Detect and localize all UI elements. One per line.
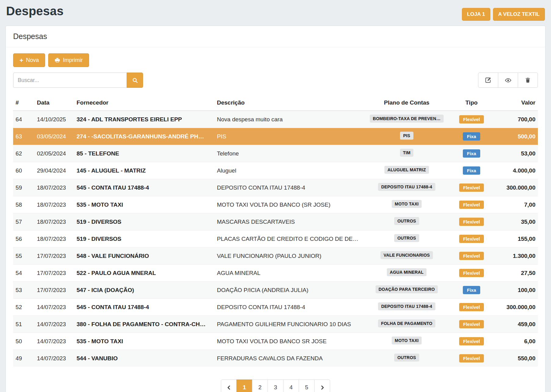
row-value: 300.000,00: [491, 299, 538, 316]
row-type-cell: Flexível: [452, 316, 491, 333]
type-badge: Flexível: [459, 218, 484, 226]
row-supplier: 519 - DIVERSOS: [74, 213, 214, 230]
expenses-table: # Data Fornecedor Descrição Plano de Con…: [13, 96, 538, 367]
next-page-button[interactable]: [314, 380, 330, 392]
type-badge: Fixa: [463, 166, 480, 175]
page-button-3[interactable]: 3: [268, 380, 283, 392]
row-supplier: 522 - PAULO AGUA MNERAL: [74, 265, 214, 282]
row-plan-cell: TIM: [361, 145, 452, 162]
row-date: 17/07/2023: [34, 282, 74, 299]
table-row[interactable]: 51 14/07/2023 380 - FOLHA DE PAGAMENTO -…: [13, 316, 538, 333]
plan-badge: DOAÇÃO PARA TERCEIRO: [376, 285, 438, 293]
row-value: 7,00: [491, 196, 538, 213]
page-button-2[interactable]: 2: [252, 380, 268, 392]
row-description: VALE FUNCIONARIO (PAULO JUNIOR): [214, 248, 361, 265]
company-button[interactable]: A VELOZ TEXTIL: [493, 8, 545, 21]
row-value: 35,00: [491, 213, 538, 230]
row-value: 459,00: [491, 316, 538, 333]
row-date: 17/07/2023: [34, 248, 74, 265]
controls-row: [13, 73, 538, 88]
card-title: Despesas: [13, 32, 47, 41]
row-supplier: 519 - DIVERSOS: [74, 230, 214, 248]
nova-button[interactable]: + Nova: [13, 53, 45, 67]
table-row[interactable]: 55 17/07/2023 548 - VALE FUNCIONÁRIO VAL…: [13, 248, 538, 265]
page-button-4[interactable]: 4: [283, 380, 299, 392]
row-date: 14/07/2023: [34, 350, 74, 367]
page-button-1[interactable]: 1: [236, 380, 252, 392]
row-plan-cell: OUTROS: [361, 213, 452, 230]
table-row[interactable]: 58 18/07/2023 535 - MOTO TAXI MOTO TAXI …: [13, 196, 538, 213]
row-description: AGUA MINERAL: [214, 265, 361, 282]
eye-icon: [505, 77, 511, 84]
table-row[interactable]: 62 02/05/2024 85 - TELEFONE Telefone TIM…: [13, 145, 538, 162]
page-button-5[interactable]: 5: [299, 380, 315, 392]
row-value: 27,50: [491, 265, 538, 282]
row-description: PLACAS CARTÃO DE CREDITO E CODIGO DE DEF…: [214, 230, 361, 248]
row-description: Nova despesa muito cara: [214, 111, 361, 128]
row-type-cell: Fixa: [452, 162, 491, 179]
row-supplier: 545 - CONTA ITAU 17488-4: [74, 299, 214, 316]
row-plan-cell: OUTROS: [361, 350, 452, 367]
row-supplier: 380 - FOLHA DE PAGAMENTO - CONTRA-CH…: [74, 316, 214, 333]
table-row[interactable]: 50 14/07/2023 535 - MOTO TAXI MOTO TAXI …: [13, 333, 538, 350]
table-row[interactable]: 49 14/07/2023 544 - VANUBIO FERRADURAS C…: [13, 350, 538, 367]
table-row[interactable]: 60 29/04/2024 145 - ALUGUEL - MATRIZ Alu…: [13, 162, 538, 179]
edit-button[interactable]: [478, 73, 498, 88]
search-icon: [132, 77, 138, 83]
row-id: 57: [13, 213, 34, 230]
plan-badge: OUTROS: [394, 354, 419, 362]
search-group: [13, 73, 143, 88]
imprimir-button[interactable]: Imprimir: [48, 53, 89, 67]
table-row[interactable]: 56 18/07/2023 519 - DIVERSOS PLACAS CART…: [13, 230, 538, 248]
plan-badge: DEPOSITO ITAU 17488-4: [378, 183, 435, 191]
plus-icon: +: [20, 57, 23, 63]
column-header-date: Data: [34, 96, 74, 111]
row-type-cell: Flexível: [452, 179, 491, 196]
pagination: 12345: [13, 380, 538, 392]
row-plan-cell: ALUGUEL MATRIZ: [361, 162, 452, 179]
plan-badge: PIS: [400, 132, 413, 140]
type-badge: Flexível: [459, 235, 484, 243]
top-buttons: LOJA 1 A VELOZ TEXTIL: [462, 8, 545, 21]
row-supplier: 548 - VALE FUNCIONÁRIO: [74, 248, 214, 265]
chevron-right-icon: [320, 385, 325, 390]
delete-button[interactable]: [518, 73, 538, 88]
row-type-cell: Fixa: [452, 128, 491, 145]
plan-badge: BOMBEIRO-TAXA DE PREVEN…: [370, 115, 444, 123]
plan-badge: OUTROS: [394, 234, 419, 242]
row-value: 300.000,00: [491, 179, 538, 196]
row-id: 59: [13, 179, 34, 196]
store-button[interactable]: LOJA 1: [462, 8, 490, 21]
row-id: 55: [13, 248, 34, 265]
table-row[interactable]: 63 03/05/2024 274 - -SACOLITAS-GARANHUNS…: [13, 128, 538, 145]
row-type-cell: Flexível: [452, 265, 491, 282]
prev-page-button[interactable]: [221, 380, 237, 392]
row-value: 4.000,00: [491, 162, 538, 179]
row-type-cell: Flexível: [452, 248, 491, 265]
row-supplier: 145 - ALUGUEL - MATRIZ: [74, 162, 214, 179]
search-button[interactable]: [127, 73, 143, 88]
row-date: 02/05/2024: [34, 145, 74, 162]
table-row[interactable]: 64 14/10/2025 324 - ADL TRANSPORTES EIRE…: [13, 111, 538, 128]
table-header: # Data Fornecedor Descrição Plano de Con…: [13, 96, 538, 111]
expenses-card: Despesas + Nova Imprimir: [5, 26, 546, 392]
type-badge: Flexível: [459, 320, 484, 328]
column-header-supplier: Fornecedor: [74, 96, 214, 111]
row-plan-cell: AGUA MINERAL: [361, 265, 452, 282]
row-value: 550,00: [491, 350, 538, 367]
type-badge: Flexível: [459, 201, 484, 209]
row-plan-cell: PIS: [361, 128, 452, 145]
table-row[interactable]: 54 17/07/2023 522 - PAULO AGUA MNERAL AG…: [13, 265, 538, 282]
search-input[interactable]: [13, 73, 127, 88]
type-badge: Fixa: [463, 149, 480, 158]
table-row[interactable]: 59 18/07/2023 545 - CONTA ITAU 17488-4 D…: [13, 179, 538, 196]
plan-badge: VALE FUNCIONARIOS: [380, 251, 433, 259]
row-id: 51: [13, 316, 34, 333]
plan-badge: MOTO TAXI: [392, 200, 422, 208]
view-button[interactable]: [498, 73, 518, 88]
row-description: MASCARAS DESCARTAVEIS: [214, 213, 361, 230]
table-row[interactable]: 53 17/07/2023 547 - ICIA (DOAÇÃO) DOAÇÃO…: [13, 282, 538, 299]
row-date: 18/07/2023: [34, 230, 74, 248]
table-row[interactable]: 52 14/07/2023 545 - CONTA ITAU 17488-4 D…: [13, 299, 538, 316]
table-row[interactable]: 57 18/07/2023 519 - DIVERSOS MASCARAS DE…: [13, 213, 538, 230]
